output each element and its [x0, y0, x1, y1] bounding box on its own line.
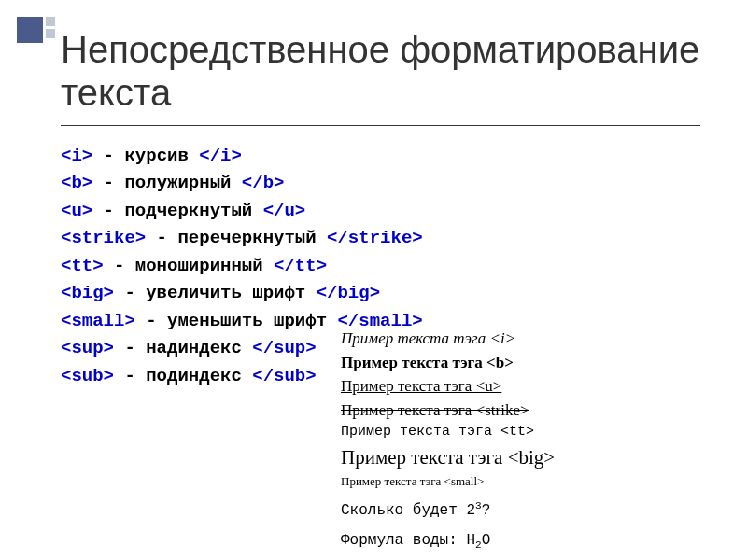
sup-end: ?: [482, 502, 491, 519]
tag-close: </sub>: [252, 366, 316, 386]
deco-square-small: [46, 17, 55, 26]
deco-square-small: [46, 29, 55, 38]
tag-row-b: <b> - полужирный </b>: [61, 170, 700, 197]
tag-close: </b>: [242, 173, 285, 193]
tag-open: <sub>: [61, 366, 114, 386]
example-tt: Пример текста тэга <tt>: [341, 422, 696, 443]
example-bold: Пример текста тэга <b>: [341, 351, 696, 375]
tag-close: </u>: [263, 201, 306, 221]
tag-row-tt: <tt> - моноширинный </tt>: [61, 253, 700, 280]
tag-desc: - перечеркнутый: [146, 228, 327, 248]
tag-close: </tt>: [274, 256, 327, 276]
examples-block: Пример текста тэга <i> Пример текста тэг…: [341, 327, 696, 553]
tag-desc: - подчеркнутый: [92, 201, 262, 221]
sub-text: Формула воды: H: [341, 532, 475, 549]
tag-open: <sup>: [61, 338, 114, 358]
tag-open: <u>: [61, 201, 92, 221]
tag-desc: - полужирный: [92, 173, 242, 193]
tag-open: <tt>: [61, 256, 104, 276]
sub-end: O: [482, 532, 491, 549]
slide: Непосредственное форматирование текста <…: [0, 0, 747, 560]
sub-value: 2: [475, 539, 482, 551]
slide-decoration: [17, 17, 55, 43]
tag-row-strike: <strike> - перечеркнутый </strike>: [61, 225, 700, 252]
tag-close: </i>: [199, 146, 242, 166]
example-underline: Пример текста тэга <u>: [341, 374, 696, 399]
deco-square-large: [17, 17, 43, 43]
example-italic: Пример текста тэга <i>: [341, 327, 696, 351]
tag-desc: - уменьшить шрифт: [135, 311, 338, 331]
tag-desc: - подиндекс: [114, 366, 252, 386]
tag-desc: - надиндекс: [114, 338, 252, 358]
tag-close: </sup>: [252, 338, 316, 358]
sup-text: Сколько будет 2: [341, 502, 475, 519]
tag-row-u: <u> - подчеркнутый </u>: [61, 198, 700, 225]
tag-row-big: <big> - увеличить шрифт </big>: [61, 280, 700, 307]
deco-square-column: [46, 17, 55, 41]
example-big: Пример текста тэга <big>: [341, 443, 696, 473]
tag-desc: - моноширинный: [104, 256, 274, 276]
tag-open: <b>: [61, 173, 92, 193]
tag-desc: - курсив: [92, 146, 199, 166]
tag-open: <strike>: [61, 228, 146, 248]
example-sub: Формула воды: H2O: [341, 529, 696, 553]
example-small: Пример текста тэга <small>: [341, 472, 696, 491]
tag-close: </big>: [317, 283, 380, 303]
tag-open: <big>: [61, 283, 114, 303]
example-sup: Сколько будет 23?: [341, 498, 696, 522]
example-strike: Пример текста тэга <strike>: [341, 399, 696, 423]
sup-value: 3: [475, 500, 482, 511]
tag-desc: - увеличить шрифт: [114, 283, 317, 303]
tag-open: <i>: [61, 146, 92, 166]
tag-row-i: <i> - курсив </i>: [61, 143, 700, 170]
slide-title: Непосредственное форматирование текста: [61, 28, 700, 126]
tag-close: </strike>: [327, 228, 423, 248]
tag-open: <small>: [61, 311, 135, 331]
